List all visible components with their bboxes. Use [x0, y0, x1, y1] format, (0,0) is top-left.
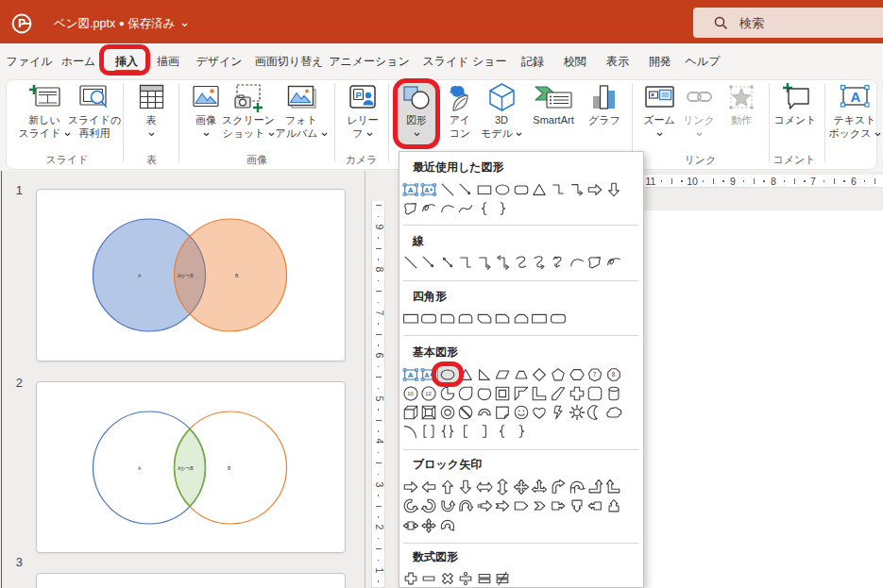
svg-text:P: P [18, 17, 25, 30]
svg-text:P: P [356, 90, 363, 100]
svg-text:A: A [425, 186, 430, 193]
svg-text:A: A [425, 371, 430, 378]
svg-text:A: A [407, 186, 413, 194]
svg-text:AかつB: AかつB [178, 465, 195, 471]
svg-text:A: A [138, 465, 142, 471]
svg-text:8: 8 [611, 371, 615, 378]
svg-text:12: 12 [425, 391, 432, 396]
svg-text:7: 7 [593, 371, 597, 378]
svg-text:A: A [407, 371, 413, 379]
svg-text:B: B [228, 465, 231, 471]
svg-text:A: A [851, 89, 861, 105]
svg-text:AかつB: AかつB [178, 273, 195, 278]
svg-text:10: 10 [407, 391, 414, 396]
